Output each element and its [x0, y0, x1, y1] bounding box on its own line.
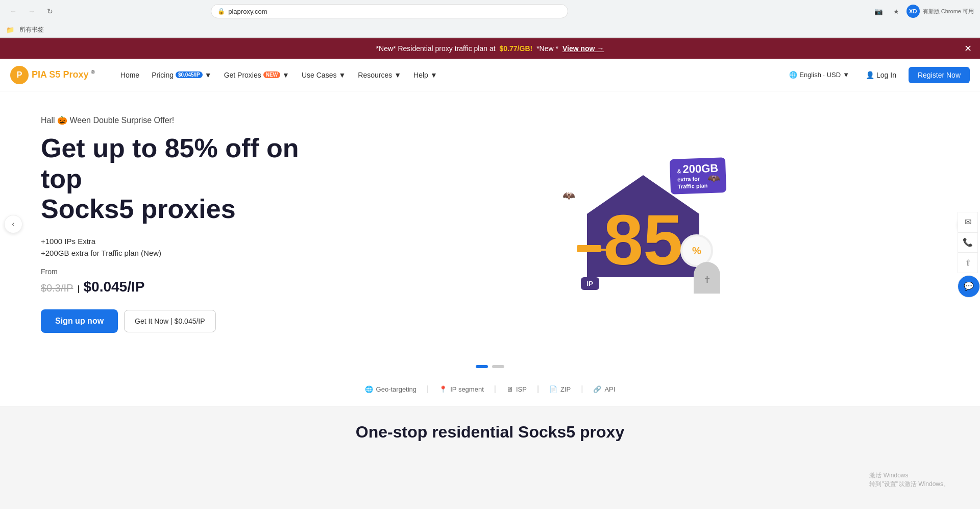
- logo-registered: ®: [91, 69, 94, 75]
- ip-icon: 📍: [439, 385, 447, 393]
- browser-chrome: ← → ↻ 🔒 piaproxy.com 📷 ★ XD 有新版 Chrome 可…: [0, 0, 980, 38]
- hero-illustration-container: 🦇 🦇 👻 & 200GB extra for Traffic plan — 8…: [347, 132, 939, 316]
- zip-icon: 📄: [549, 385, 557, 393]
- feature-sep-1: |: [427, 384, 429, 394]
- banner-view-now[interactable]: View now →: [562, 44, 604, 53]
- feature-api: 🔗 API: [587, 385, 621, 393]
- carousel-dots: [0, 357, 980, 376]
- hero-subtitle: Hall 🎃 Ween Double Surprise Offer!: [41, 115, 347, 125]
- banner-text-post: *New *: [536, 44, 558, 53]
- tombstone-icon: ✝: [694, 262, 720, 294]
- discount-number: 85: [603, 204, 683, 276]
- nav-links: Home Pricing $0.045/IP ▼ Get Proxies NEW…: [115, 68, 443, 82]
- login-button[interactable]: 👤 Log In: [860, 68, 902, 82]
- carousel-dot-2[interactable]: [492, 365, 504, 368]
- back-button[interactable]: ←: [6, 4, 20, 18]
- hero-features: +1000 IPs Extra +200GB extra for Traffic…: [41, 237, 347, 257]
- globe-icon: 🌐: [789, 71, 797, 79]
- browser-actions: 📷 ★ XD 有新版 Chrome 可用: [872, 4, 974, 18]
- bottom-title: One-stop residential Socks5 proxy: [356, 423, 624, 442]
- banner-text-pre: *New* Residential proxy traffic plan at: [376, 44, 496, 53]
- hero-buttons: Sign up now Get It Now | $0.045/IP: [41, 309, 347, 333]
- bat-icon-1: 🦇: [562, 189, 575, 202]
- browser-toolbar: ← → ↻ 🔒 piaproxy.com 📷 ★ XD 有新版 Chrome 可…: [0, 0, 980, 22]
- nav-use-cases[interactable]: Use Cases ▼: [297, 68, 351, 82]
- logo-text: PIA S5 Proxy ®: [32, 69, 95, 80]
- hero-price: $0.3/IP | $0.045/IP: [41, 279, 347, 295]
- carousel-arrow-left[interactable]: ‹: [4, 215, 22, 233]
- lock-icon: 🔒: [217, 8, 225, 15]
- feature-zip: 📄 ZIP: [543, 385, 577, 393]
- nav-home[interactable]: Home: [115, 68, 144, 82]
- hero-illustration: 🦇 🦇 👻 & 200GB extra for Traffic plan — 8…: [551, 137, 735, 311]
- bat-icon-2: 🦇: [707, 172, 720, 184]
- pricing-chevron: ▼: [205, 71, 212, 79]
- logo[interactable]: P PIA S5 Proxy ®: [10, 66, 95, 84]
- carousel-dot-1[interactable]: [476, 365, 488, 368]
- bookmark-button[interactable]: ★: [889, 4, 903, 18]
- new-edge-badge: 有新版 Chrome 可用: [923, 8, 974, 15]
- nav-pricing[interactable]: Pricing $0.045/IP ▼: [146, 68, 216, 82]
- hero-title: Get up to 85% off on top Socks5 proxies: [41, 133, 347, 225]
- old-price: $0.3/IP: [41, 282, 73, 294]
- hero-feature-2: +200GB extra for Traffic plan (New): [41, 249, 347, 257]
- screenshot-button[interactable]: 📷: [872, 4, 886, 18]
- nav-right: 🌐 English · USD ▼ 👤 Log In Register Now: [785, 67, 970, 83]
- bookmarks-bar: 📁 所有书签: [0, 22, 980, 38]
- bookmarks-icon: 📁: [6, 26, 14, 34]
- api-icon: 🔗: [593, 385, 601, 393]
- help-chevron: ▼: [430, 71, 437, 79]
- feature-sep-4: |: [581, 384, 583, 394]
- bookmarks-label[interactable]: 所有书签: [16, 25, 47, 35]
- getit-button[interactable]: Get It Now | $0.045/IP: [124, 310, 215, 332]
- ip-badge: IP: [581, 277, 599, 290]
- side-phone-button[interactable]: 📞: [958, 232, 978, 253]
- feature-ip-segment: 📍 IP segment: [433, 385, 490, 393]
- side-email-button[interactable]: ✉: [958, 212, 978, 232]
- new-price: $0.045/IP: [84, 279, 145, 295]
- logo-icon: P: [10, 66, 29, 84]
- nav-resources[interactable]: Resources ▼: [353, 68, 406, 82]
- nav-help[interactable]: Help ▼: [408, 68, 443, 82]
- orange-bar: [577, 245, 601, 252]
- isp-icon: 🖥: [506, 385, 513, 393]
- bottom-teaser: One-stop residential Socks5 proxy: [0, 406, 980, 458]
- hero-content-left: Hall 🎃 Ween Double Surprise Offer! Get u…: [41, 115, 347, 333]
- feature-sep-2: |: [494, 384, 496, 394]
- signup-button[interactable]: Sign up now: [41, 309, 118, 333]
- language-selector[interactable]: 🌐 English · USD ▼: [785, 68, 853, 82]
- pricing-badge: $0.045/IP: [176, 71, 203, 78]
- side-actions: ✉ 📞 ⇧ 💬: [958, 212, 980, 298]
- hero-feature-1: +1000 IPs Extra: [41, 237, 347, 246]
- feature-sep-3: |: [537, 384, 539, 394]
- side-scroll-top-button[interactable]: ⇧: [958, 253, 978, 273]
- url-text: piaproxy.com: [228, 8, 561, 15]
- use-cases-chevron: ▼: [338, 71, 346, 79]
- hero-from-label: From: [41, 268, 347, 276]
- side-chat-button[interactable]: 💬: [958, 275, 980, 298]
- banner-close-button[interactable]: ✕: [964, 43, 972, 54]
- features-bar: 🌐 Geo-targeting | 📍 IP segment | 🖥 ISP |…: [0, 376, 980, 406]
- get-proxies-badge: NEW: [263, 71, 280, 78]
- svg-text:P: P: [17, 70, 22, 79]
- page: *New* Residential proxy traffic plan at …: [0, 38, 980, 458]
- geo-icon: 🌐: [365, 385, 373, 393]
- feature-geo-targeting: 🌐 Geo-targeting: [359, 385, 423, 393]
- get-proxies-chevron: ▼: [282, 71, 289, 79]
- address-bar[interactable]: 🔒 piaproxy.com: [211, 4, 568, 18]
- price-separator: |: [77, 284, 79, 294]
- lang-chevron: ▼: [843, 71, 849, 79]
- user-icon: 👤: [866, 71, 874, 79]
- hero-section: ‹ Hall 🎃 Ween Double Surprise Offer! Get…: [0, 91, 980, 357]
- top-banner: *New* Residential proxy traffic plan at …: [0, 38, 980, 59]
- navigation: P PIA S5 Proxy ® Home Pricing $0.045/IP …: [0, 59, 980, 91]
- feature-isp: 🖥 ISP: [500, 385, 533, 393]
- banner-price: $0.77/GB!: [500, 44, 533, 53]
- resources-chevron: ▼: [394, 71, 401, 79]
- profile-button[interactable]: XD: [906, 5, 920, 18]
- register-button[interactable]: Register Now: [909, 67, 970, 83]
- nav-get-proxies[interactable]: Get Proxies NEW ▼: [219, 68, 295, 82]
- refresh-button[interactable]: ↻: [43, 4, 57, 18]
- forward-button[interactable]: →: [24, 4, 39, 18]
